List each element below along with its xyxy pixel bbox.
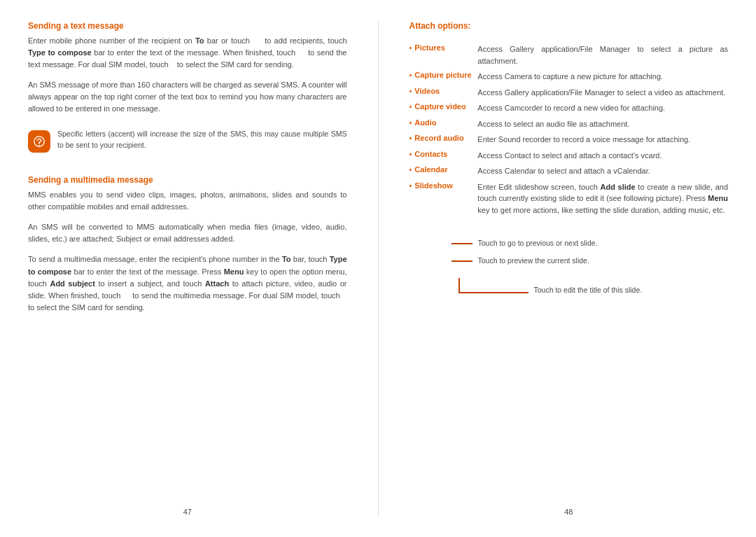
attach-item-capture-video: • Capture video Access Camcorder to reco…: [410, 102, 729, 114]
attach-item-capture-picture: • Capture picture Access Camera to captu…: [410, 71, 729, 83]
svg-point-1: [38, 146, 40, 147]
diagram-text3: Touch to edit the title of this slide.: [534, 285, 643, 295]
attach-desc-slideshow: Enter Edit slideshow screen, touch Add s…: [477, 181, 728, 216]
attach-label-calendar: Calendar: [414, 165, 477, 174]
section1-para1: Enter mobile phone number of the recipie…: [28, 35, 347, 71]
left-column: Sending a text message Enter mobile phon…: [28, 21, 347, 516]
attach-desc-record-audio: Enter Sound recorder to record a voice m…: [477, 134, 728, 146]
attach-label-slideshow: Slideshow: [414, 181, 477, 190]
section2-para2: An SMS will be converted to MMS automati…: [28, 221, 347, 245]
attach-options-title: Attach options:: [410, 21, 729, 31]
attach-desc-capture-video: Access Camcorder to record a new video f…: [477, 102, 728, 114]
section1-para2: An SMS message of more than 160 characte…: [28, 79, 347, 115]
attach-label-audio: Audio: [414, 118, 477, 127]
right-page-number: 48: [410, 494, 729, 516]
diagram-text1: Touch to go to previous or next slide.: [478, 238, 598, 249]
attach-label-record-audio: Record audio: [414, 134, 477, 142]
diagram-line2: Touch to preview the current slide.: [451, 256, 729, 266]
left-page-number: 47: [28, 494, 347, 516]
attach-desc-audio: Access to select an audio file as attach…: [477, 118, 728, 130]
attach-item-contacts: • Contacts Access Contact to select and …: [410, 150, 729, 162]
attach-item-slideshow: • Slideshow Enter Edit slideshow screen,…: [410, 181, 729, 216]
note-svg-icon: [33, 135, 46, 148]
column-divider: [378, 21, 379, 516]
attach-item-record-audio: • Record audio Enter Sound recorder to r…: [410, 134, 729, 146]
attach-desc-contacts: Access Contact to select and attach a co…: [477, 150, 728, 162]
attach-label-capture-picture: Capture picture: [414, 71, 477, 79]
attach-desc-pictures: Access Gallery application/File Manager …: [477, 43, 728, 67]
dash-line-2: [451, 260, 472, 262]
section1-title: Sending a text message: [28, 21, 347, 31]
section2-para1: MMS enables you to send video clips, ima…: [28, 189, 347, 213]
attach-item-videos: • Videos Access Gallery application/File…: [410, 87, 729, 99]
attach-label-capture-video: Capture video: [414, 102, 477, 111]
section1-note: Specific letters (accent) will increase …: [57, 129, 347, 151]
attach-label-videos: Videos: [414, 87, 477, 95]
section2-para3: To send a multimedia message, enter the …: [28, 253, 347, 313]
diagram-line3: Touch to edit the title of this slide.: [451, 277, 729, 295]
attach-item-calendar: • Calendar Access Calendar to select and…: [410, 165, 729, 177]
note-box: Specific letters (accent) will increase …: [28, 129, 347, 153]
svg-point-0: [34, 137, 44, 146]
note-icon: [28, 130, 50, 153]
attach-item-audio: • Audio Access to select an audio file a…: [410, 118, 729, 130]
section-sending-mms: Sending a multimedia message MMS enables…: [28, 175, 347, 313]
right-column: Attach options: • Pictures Access Galler…: [410, 21, 729, 516]
attach-item-pictures: • Pictures Access Gallery application/Fi…: [410, 43, 729, 67]
attach-desc-calendar: Access Calendar to select and attach a v…: [477, 165, 728, 177]
diagram-line1: Touch to go to previous or next slide.: [451, 238, 729, 249]
attach-desc-capture-picture: Access Camera to capture a new picture f…: [477, 71, 728, 83]
bracket-shape: [458, 278, 528, 293]
section2-title: Sending a multimedia message: [28, 175, 347, 185]
attach-label-contacts: Contacts: [414, 150, 477, 158]
attach-desc-videos: Access Gallery application/File Manager …: [477, 87, 728, 99]
diagram-container: Touch to go to previous or next slide. T…: [410, 238, 729, 295]
attach-items-list: • Pictures Access Gallery application/Fi…: [410, 43, 729, 220]
dash-line-1: [451, 243, 472, 244]
section-sending-text: Sending a text message Enter mobile phon…: [28, 21, 347, 158]
attach-label-pictures: Pictures: [414, 43, 477, 52]
diagram-text2: Touch to preview the current slide.: [478, 256, 589, 266]
